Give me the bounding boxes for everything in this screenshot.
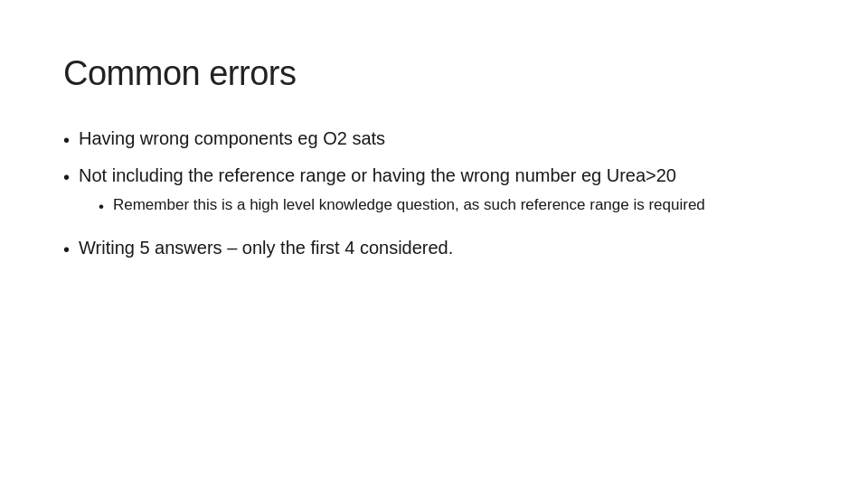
content-area: • Having wrong components eg O2 sats • N… <box>63 126 805 272</box>
sub-bullet-item-1: • Remember this is a high level knowledg… <box>99 194 805 219</box>
bullet-text-1: Having wrong components eg O2 sats <box>79 126 805 152</box>
bullet-item-2: • Not including the reference range or h… <box>63 163 805 222</box>
bullet-marker-2: • <box>63 164 70 191</box>
bullet-item-3: • Writing 5 answers – only the first 4 c… <box>63 235 805 263</box>
sub-bullet-marker-1: • <box>99 196 104 219</box>
bullet-marker-1: • <box>63 127 70 154</box>
bullet-item-1: • Having wrong components eg O2 sats <box>63 126 805 154</box>
sub-bullets-2: • Remember this is a high level knowledg… <box>99 194 805 219</box>
bullet-text-3: Writing 5 answers – only the first 4 con… <box>79 235 805 261</box>
sub-bullet-text-1: Remember this is a high level knowledge … <box>113 194 805 217</box>
slide-title: Common errors <box>63 54 805 93</box>
bullet-text-2: Not including the reference range or hav… <box>79 165 676 185</box>
bullet-marker-3: • <box>63 237 70 263</box>
slide: Common errors • Having wrong components … <box>0 0 868 488</box>
bullet-content-2: Not including the reference range or hav… <box>79 163 805 222</box>
